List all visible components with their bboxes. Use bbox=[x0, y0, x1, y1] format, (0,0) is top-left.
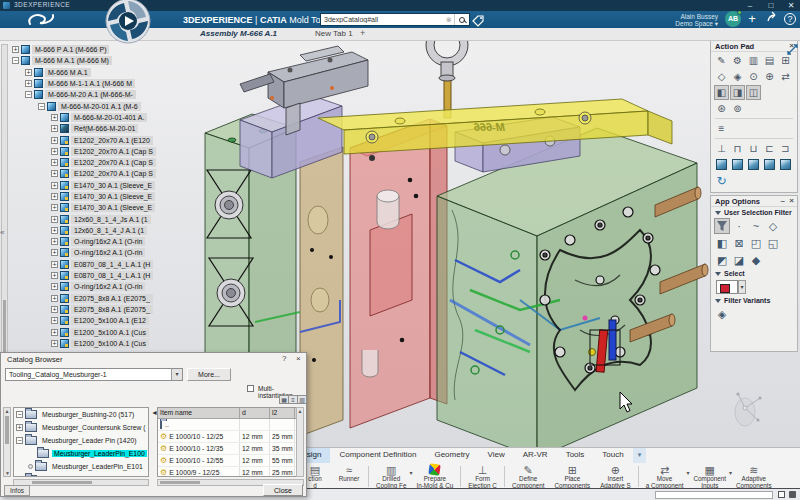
tool-icon[interactable]: ◰ bbox=[748, 235, 764, 251]
prepare-in-mold-button[interactable]: PrepareIn-Mold & Cu bbox=[411, 464, 458, 489]
expand-viewport-icon[interactable] bbox=[787, 44, 798, 55]
close-icon[interactable]: × bbox=[789, 196, 794, 205]
tool-icon[interactable]: ▤ bbox=[762, 53, 777, 68]
column-header[interactable]: l2 bbox=[270, 408, 295, 418]
define-component-button[interactable]: ✎DefineComponent bbox=[507, 464, 550, 489]
tool-icon[interactable]: ◪ bbox=[731, 252, 747, 268]
section-header[interactable]: User Selection Filter bbox=[711, 207, 797, 217]
tree-row[interactable]: +M-666 P A.1 (M-666 P) bbox=[12, 44, 202, 55]
tool-icon[interactable]: ◇ bbox=[714, 69, 729, 84]
tree-row[interactable]: +E1202_20x70 A.1 (Cap S bbox=[12, 146, 202, 157]
view-cube-icon[interactable] bbox=[714, 157, 729, 172]
tree-row[interactable]: +E1202_20x70 A.1 (E120 bbox=[12, 134, 202, 145]
catalog-tree-row[interactable]: Meusburger_LeaderPin_E100 bbox=[14, 447, 148, 460]
tree-expander[interactable]: + bbox=[51, 159, 58, 166]
tree-expander[interactable]: − bbox=[16, 411, 23, 418]
3d-compass[interactable] bbox=[104, 0, 152, 45]
ribbon-tab-view[interactable]: View bbox=[479, 448, 514, 463]
tool-icon[interactable]: ≡ bbox=[714, 121, 729, 136]
tree-expander[interactable]: − bbox=[38, 103, 45, 110]
tree-row[interactable]: −M-666-M-20-01 A.1 (M-6 bbox=[12, 100, 202, 111]
table-row[interactable]: ⚙E 1000/9 - 12/2512 mm25 mm bbox=[158, 467, 303, 477]
tool-icon[interactable]: ~ bbox=[748, 218, 764, 234]
section-header[interactable]: Select bbox=[711, 268, 797, 278]
close-dialog-button[interactable]: Close bbox=[263, 484, 303, 496]
tree-expander[interactable]: + bbox=[51, 261, 58, 268]
tree-row[interactable]: +E1470_30 A.1 (Sleeve_E bbox=[12, 180, 202, 191]
tool-icon[interactable]: ◨ bbox=[730, 85, 745, 100]
share-icon[interactable] bbox=[764, 11, 780, 27]
tool-icon[interactable]: ⊕ bbox=[762, 69, 777, 84]
overlay-toggle-icon[interactable] bbox=[778, 491, 785, 498]
place-components-button[interactable]: ⊞PlaceComponents bbox=[549, 464, 595, 489]
table-row[interactable]: ⚙E 1000/10 - 12/3512 mm35 mm bbox=[158, 443, 303, 455]
search-icon[interactable] bbox=[455, 13, 469, 26]
tool-icon[interactable]: · bbox=[731, 218, 747, 234]
tool-icon[interactable]: ◧ bbox=[714, 235, 730, 251]
ribbon-tab-geometry[interactable]: Geometry bbox=[425, 448, 478, 463]
tree-row[interactable]: +M-666 M A.1 bbox=[12, 67, 202, 78]
tree-expander[interactable]: + bbox=[16, 476, 23, 477]
robot-axis-widget[interactable] bbox=[735, 393, 762, 427]
tree-row[interactable]: +E1202_20x70 A.1 (Cap S bbox=[12, 157, 202, 168]
table-row[interactable]: ⚙E 1000/10 - 12/5512 mm55 mm bbox=[158, 455, 303, 467]
column-header[interactable]: d bbox=[240, 408, 270, 418]
infos-button[interactable]: Infos bbox=[4, 485, 30, 496]
chevron-down-icon[interactable]: ▾ bbox=[171, 369, 182, 380]
tag-icon[interactable] bbox=[472, 14, 485, 27]
tree-collapse-icon[interactable]: « bbox=[0, 228, 4, 237]
tree-expander[interactable]: + bbox=[25, 80, 32, 87]
tool-icon[interactable]: ⊥ bbox=[714, 141, 729, 156]
tree-expander[interactable]: + bbox=[51, 340, 58, 347]
tree-expander[interactable]: + bbox=[51, 182, 58, 189]
command-input[interactable] bbox=[655, 491, 773, 499]
tree-expander[interactable]: + bbox=[51, 125, 58, 132]
view-cube-icon[interactable] bbox=[746, 157, 761, 172]
close-button[interactable]: ✕ bbox=[783, 0, 799, 11]
tool-icon[interactable]: ⊞ bbox=[778, 53, 793, 68]
tree-row[interactable]: +Ref(M-666-M-20-01 bbox=[12, 123, 202, 134]
tool-icon[interactable]: ◧ bbox=[714, 85, 729, 100]
tree-row[interactable]: +O-ring/16x2 A.1 (O-rin bbox=[12, 281, 202, 292]
tree-row[interactable]: +E1470_30 A.1 (Sleeve_E bbox=[12, 202, 202, 213]
tool-icon[interactable]: ◈ bbox=[714, 306, 730, 322]
search-input[interactable]: 3dexpCatalog#all bbox=[321, 16, 444, 23]
ribbon-overflow-icon[interactable]: ▾ bbox=[633, 448, 647, 463]
tree-row[interactable]: +E1200_5x100 A.1 (Cus bbox=[12, 326, 202, 337]
tree-row[interactable]: +E1200_5x100 A.1 (E12 bbox=[12, 315, 202, 326]
help-icon[interactable]: ? bbox=[782, 11, 798, 27]
tool-icon[interactable]: ⊔ bbox=[746, 141, 761, 156]
tree-expander[interactable]: + bbox=[51, 249, 58, 256]
new-tab-button[interactable]: + bbox=[360, 28, 365, 38]
view-cube-icon[interactable] bbox=[778, 157, 793, 172]
catalog-tree-row[interactable]: Meusburger_LeaderPin_E101 bbox=[14, 460, 148, 473]
tree-row[interactable]: −M-666 M A.1 (M-666 M) bbox=[12, 55, 202, 66]
tree-row[interactable]: +E1202_20x70 A.1 (Cap S bbox=[12, 168, 202, 179]
table-row[interactable]: ⚙E 1000/10 - 12/2512 mm25 mm bbox=[158, 431, 303, 443]
catalog-tree-row[interactable]: −Meusburger_Bushing-20 (517) bbox=[14, 408, 148, 421]
tab-new-tab[interactable]: New Tab 1 bbox=[315, 29, 353, 38]
tree-expander[interactable]: + bbox=[51, 306, 58, 313]
ribbon-tab-tools[interactable]: Tools bbox=[557, 448, 594, 463]
tree-row[interactable]: +E1200_5x100 A.1 (Cus bbox=[12, 338, 202, 349]
tree-row[interactable]: +E2075_8x8 A.1 (E2075_ bbox=[12, 304, 202, 315]
tree-expander[interactable]: + bbox=[51, 227, 58, 234]
tool-icon[interactable]: ◆ bbox=[748, 252, 764, 268]
add-content-button[interactable]: + bbox=[744, 11, 760, 27]
tree-row[interactable]: +O-ring/16x2 A.1 (O-rin bbox=[12, 247, 202, 258]
tool-icon[interactable]: ◱ bbox=[765, 235, 781, 251]
move-component-button[interactable]: ⇄▾Movea Component bbox=[641, 464, 689, 489]
tree-row[interactable]: +E2075_8x8 A.1 (E2075_ bbox=[12, 293, 202, 304]
radio-icon[interactable] bbox=[28, 464, 33, 469]
adaptive-components-button[interactable]: ≋AdaptiveComponents bbox=[731, 464, 777, 489]
ribbon-tab-component-definition[interactable]: Component Definition bbox=[330, 448, 425, 463]
catalog-table-scrollbar[interactable]: ▲ bbox=[296, 407, 304, 477]
tree-expander[interactable]: + bbox=[51, 204, 58, 211]
tree-expander[interactable]: − bbox=[16, 437, 23, 444]
tab-assembly[interactable]: Assembly M-666 A.1 bbox=[200, 29, 277, 38]
tree-row[interactable]: −M-666-M-20 A.1 (M-666-M- bbox=[12, 89, 202, 100]
tree-expander[interactable]: + bbox=[51, 295, 58, 302]
section-header[interactable]: Filter Variants bbox=[711, 295, 797, 305]
tree-row[interactable]: +M-666-M-20-01-401 A. bbox=[12, 112, 202, 123]
tree-expander[interactable]: − bbox=[25, 91, 32, 98]
